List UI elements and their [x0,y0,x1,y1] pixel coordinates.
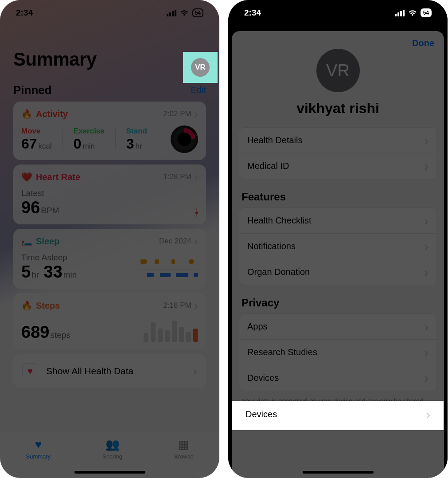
done-button[interactable]: Done [412,38,434,48]
item-devices[interactable]: Devices› [239,365,436,391]
item-notifications[interactable]: Notifications› [239,233,436,259]
profile-avatar[interactable]: VR [316,49,360,92]
cellular-icon [167,10,176,16]
profile-sheet: Done VR vikhyat rishi Health Details› Me… [232,31,444,478]
status-bar: 2:34 54 [0,0,219,26]
heart-fill-icon: ♥ [35,438,42,451]
status-icons: 54 [167,8,203,17]
flame-icon: 🔥 [21,109,32,119]
list-personal: Health Details› Medical ID› [239,127,437,179]
grid-icon: ▦ [178,438,189,451]
steps-bars-icon [144,315,198,342]
show-all-health-data-button[interactable]: ♥ Show All Health Data › [13,354,206,388]
tab-browse[interactable]: ▦ Browse [174,438,193,460]
item-research-studies[interactable]: Research Studies› [239,339,436,365]
status-bar: 2:34 54 [228,0,448,26]
flame-icon: 🔥 [21,300,32,311]
sleep-chart-icon [140,258,198,282]
status-time: 2:34 [244,8,261,18]
item-health-checklist[interactable]: Health Checklist› [239,208,436,233]
learn-more-link[interactable]: Learn more about Health & Privacy… [242,415,351,423]
people-icon: 👥 [105,438,120,451]
privacy-footnote: Your data is encrypted on your device an… [232,391,444,423]
edit-button[interactable]: Edit [191,85,206,95]
heart-icon: ♥ [22,363,38,379]
activity-card[interactable]: 🔥Activity 2:02 PM› Move 67kcal Exercise … [13,102,206,160]
heart-rate-chart-icon [195,208,198,217]
pinned-heading: Pinned [13,83,52,97]
heart-icon: ❤️ [21,172,32,182]
features-heading: Features [232,191,444,203]
profile-name: vikhyat rishi [232,100,444,117]
cellular-icon [395,10,405,16]
privacy-heading: Privacy [232,297,444,309]
tab-summary[interactable]: ♥ Summary [26,438,51,460]
item-organ-donation[interactable]: Organ Donation› [239,259,436,285]
status-icons: 54 [395,8,432,17]
status-time: 2:34 [16,8,33,18]
home-indicator[interactable] [303,471,374,474]
wifi-icon [408,9,417,16]
sleep-card[interactable]: 🛏️Sleep Dec 2024› Time Asleep 5hr 33min [13,229,206,289]
list-privacy: Apps› Research Studies› Devices› [239,313,437,391]
health-profile-sheet: 2:34 54 Done VR vikhyat rishi Health Det… [228,0,448,478]
item-health-details[interactable]: Health Details› [239,128,436,153]
item-apps[interactable]: Apps› [239,314,436,339]
heart-rate-card[interactable]: ❤️Heart Rate 1:28 PM› Latest 96BPM [13,165,206,224]
list-features: Health Checklist› Notifications› Organ D… [239,208,437,285]
health-summary-screen: 2:34 54 Summary Pinned Edit 🔥Activity 2:… [0,0,219,478]
battery-icon: 54 [421,8,432,17]
item-medical-id[interactable]: Medical ID› [239,153,436,179]
page-title: Summary [13,49,97,70]
home-indicator[interactable] [74,471,145,474]
battery-icon: 54 [192,8,203,17]
tab-sharing[interactable]: 👥 Sharing [102,438,122,460]
steps-card[interactable]: 🔥Steps 2:18 PM› 689steps [13,293,206,349]
activity-ring-icon [171,125,198,153]
wifi-icon [179,9,189,16]
bed-icon: 🛏️ [21,236,32,247]
